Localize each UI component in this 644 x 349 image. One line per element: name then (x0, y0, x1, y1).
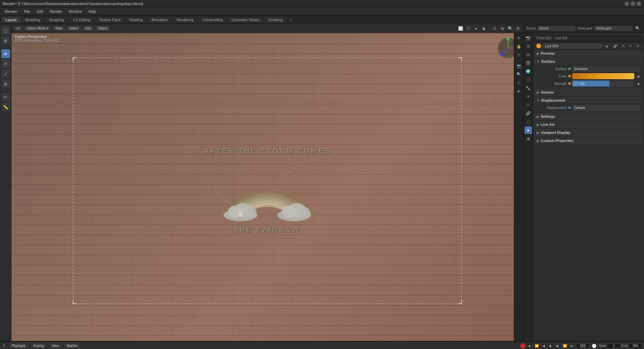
viewport-display-section-header[interactable]: ▶ Viewport Display (534, 129, 643, 136)
object-properties-icon[interactable]: ⬡ (525, 76, 532, 84)
settings-section-header[interactable]: ▶ Settings (534, 113, 643, 120)
shader-nodes-icon[interactable]: ◉ (525, 135, 532, 142)
filter-button[interactable]: 🔍 (634, 25, 641, 32)
play-button[interactable]: ▶ (548, 343, 554, 349)
surface-type-value[interactable]: Emission (572, 66, 640, 72)
color-expand[interactable]: ◀ (636, 74, 640, 78)
tab-rendering[interactable]: Rendering (172, 17, 198, 23)
record-button[interactable] (520, 343, 526, 349)
tab-geometry-nodes[interactable]: Geometry Nodes (227, 17, 263, 23)
material-copy-icon[interactable]: ⧉ (621, 44, 626, 48)
tab-layout[interactable]: Layout (1, 17, 20, 23)
constraints-properties-icon[interactable]: 🔗 (525, 110, 532, 117)
lock-camera-button[interactable]: 🔒 (515, 43, 523, 50)
displacement-type-value[interactable]: Default (572, 105, 640, 111)
output-properties-icon[interactable]: 🖥 (525, 43, 532, 50)
viewport-shading-wire[interactable]: ⬜ (457, 25, 464, 32)
viewport-editor-type[interactable]: 🎮 (13, 26, 23, 31)
volume-section-header[interactable]: ▶ Volume (534, 89, 643, 96)
breadcrumb-item-2[interactable]: Led.004 (555, 36, 567, 40)
material-name-field[interactable]: Led.004 (543, 43, 602, 49)
particles-properties-icon[interactable]: ✦ (525, 93, 532, 100)
viewport-shading-render[interactable]: ◉ (480, 25, 487, 32)
tab-animation[interactable]: Animation (148, 17, 172, 23)
view-layer-name[interactable]: ViewLayer (594, 26, 633, 31)
move-tool[interactable]: ✛ (1, 49, 10, 58)
tab-compositing[interactable]: Compositing (198, 17, 227, 23)
prev-frame-button[interactable]: ◀ (541, 343, 547, 349)
frame-selected-button[interactable]: ⊡ (515, 79, 523, 86)
scale-tool[interactable]: ⤢ (1, 69, 10, 78)
transform-tool[interactable]: ⊞ (1, 80, 10, 88)
tab-shading[interactable]: Shading (125, 17, 147, 23)
menu-help[interactable]: Help (86, 9, 99, 14)
viewport-shading-material[interactable]: ● (473, 25, 479, 32)
menu-edit[interactable]: Edit (34, 9, 46, 14)
options-button[interactable]: ⚙ (515, 34, 523, 42)
view-menu[interactable]: View (49, 343, 62, 348)
color-value[interactable] (572, 73, 634, 79)
viewport-object-menu[interactable]: Object (95, 26, 110, 31)
menu-file[interactable]: File (21, 9, 33, 14)
displacement-section-header[interactable]: ▼ Displacement (535, 97, 642, 103)
3d-viewport[interactable]: 🎮 Object Mode ▾ View Select Add Object ⬜… (11, 24, 523, 341)
canvas-area[interactable]: Camera Perspective (210) rainbow.svg | C… (11, 33, 523, 341)
material-settings-icon[interactable]: ⚙ (635, 44, 641, 48)
viewport-transform-pivot[interactable]: ⚙ (515, 25, 521, 32)
close-button[interactable]: ✕ (637, 1, 641, 6)
minimize-button[interactable]: ─ (625, 1, 629, 6)
render-properties-icon[interactable]: 📷 (525, 34, 532, 42)
viewport-add-menu[interactable]: Add (83, 26, 94, 31)
object-mode-dropdown[interactable]: Object Mode ▾ (24, 26, 51, 31)
viewport-snap-toggle[interactable]: 🔍 (507, 25, 514, 32)
next-keyframe-button[interactable]: ⏩ (562, 343, 568, 349)
material-remove-icon[interactable]: ✕ (628, 44, 633, 48)
start-frame-box[interactable]: 1 (607, 343, 621, 348)
custom-properties-section-header[interactable]: ▶ Custom Properties (534, 137, 643, 144)
material-properties-icon[interactable]: ● (525, 127, 532, 134)
tab-uv-editing[interactable]: UV Editing (69, 17, 94, 23)
scene-name[interactable]: Scene (537, 26, 576, 31)
tab-scripting[interactable]: Scripting (264, 17, 286, 23)
physics-properties-icon[interactable]: ⚛ (525, 101, 532, 109)
object-data-properties-icon[interactable]: ⬠ (525, 118, 532, 126)
next-frame-button[interactable]: ▶ (555, 343, 561, 349)
menu-blender[interactable]: Blender (2, 9, 20, 14)
menu-window[interactable]: Window (66, 9, 85, 14)
marker-menu[interactable]: Marker (64, 343, 80, 348)
render-region-button[interactable]: ⊙ (515, 51, 523, 58)
rotate-tool[interactable]: ↺ (1, 59, 10, 68)
preview-section-header[interactable]: ▶ Preview (534, 50, 643, 57)
playback-menu[interactable]: Playback (9, 343, 28, 348)
keying-menu[interactable]: Keying (31, 343, 47, 348)
viewport-view-menu[interactable]: View (52, 26, 65, 31)
strength-expand[interactable]: ◀ (636, 82, 640, 86)
annotate-tool[interactable]: ✏ (1, 93, 10, 101)
strength-value[interactable]: 17.700 (572, 81, 634, 87)
tab-sculpting[interactable]: Sculpting (45, 17, 68, 23)
add-workspace-button[interactable]: + (287, 17, 294, 23)
jump-end-button[interactable]: ⏭ (569, 343, 575, 349)
end-frame-box[interactable]: 250 (629, 343, 642, 348)
line-art-section-header[interactable]: ▶ Line Art (534, 121, 643, 128)
menu-render[interactable]: Render (47, 9, 65, 14)
breadcrumb-item-1[interactable]: Circle.022 (536, 36, 551, 40)
view-layer-properties-icon[interactable]: ⊞ (525, 51, 532, 58)
jump-start-button[interactable]: ⏮ (527, 343, 533, 349)
select-box-tool[interactable]: ◻ (1, 26, 10, 35)
scene-properties-icon[interactable]: 🎬 (525, 59, 532, 67)
local-view-button[interactable]: 🔍 (515, 70, 523, 78)
material-link-icon[interactable]: 🔗 (612, 44, 619, 48)
prev-keyframe-button[interactable]: ⏪ (534, 343, 540, 349)
viewport-shading-solid[interactable]: ⚫ (465, 25, 472, 32)
viewport-gizmo-toggle[interactable]: ⊕ (499, 25, 506, 32)
viewport-select-menu[interactable]: Select (66, 26, 81, 31)
tab-modeling[interactable]: Modeling (21, 17, 44, 23)
viewport-overlay-toggle[interactable]: ⊙ (491, 25, 498, 32)
current-frame-box[interactable]: 210 (576, 343, 589, 348)
maximize-button[interactable]: □ (631, 1, 635, 6)
cursor-tool[interactable]: ⊕ (1, 36, 10, 45)
world-properties-icon[interactable]: 🌍 (525, 68, 532, 75)
modifier-properties-icon[interactable]: 🔧 (525, 85, 532, 92)
sidebar-toggle[interactable]: ▶ (515, 87, 523, 95)
